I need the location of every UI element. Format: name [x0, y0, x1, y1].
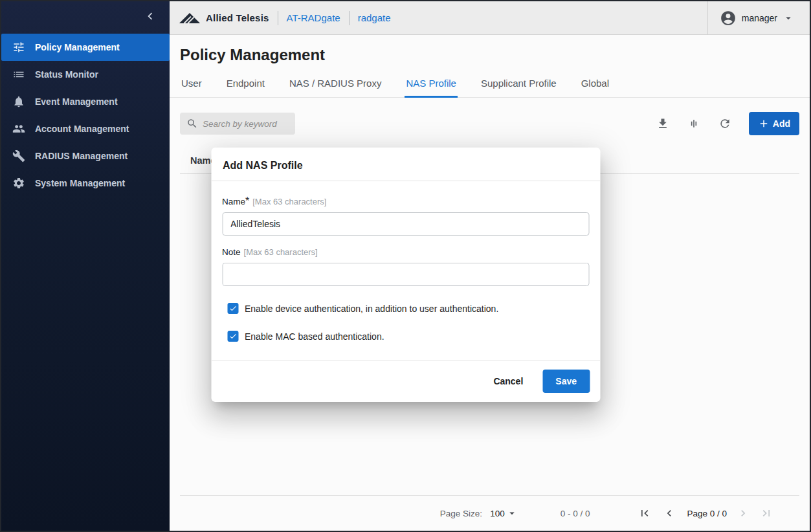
gear-icon: [12, 176, 26, 190]
dialog-footer: Cancel Save: [211, 360, 600, 402]
tab-user[interactable]: User: [180, 69, 203, 98]
note-label: Note: [222, 247, 241, 257]
chevron-down-icon: [506, 507, 518, 519]
topbar: Allied Telesis AT-RADgate radgate manage…: [170, 1, 810, 35]
name-field-group: Name*[Max 63 characters]: [222, 195, 589, 236]
device-auth-checkbox-label: Enable device authentication, in additio…: [245, 304, 498, 314]
search-input[interactable]: [203, 119, 289, 129]
brand: Allied Telesis: [179, 12, 269, 24]
pagination-bar: Page Size: 100 0 - 0 / 0 Page 0 / 0: [180, 496, 799, 531]
row-range: 0 - 0 / 0: [561, 509, 590, 518]
policy-sliders-icon: [12, 40, 26, 54]
bell-icon: [12, 94, 26, 109]
list-icon: [12, 67, 26, 82]
toolbar: Add: [180, 112, 799, 135]
tab-nas-radius-proxy[interactable]: NAS / RADIUS Proxy: [288, 69, 383, 98]
checkbox-checked-icon[interactable]: [227, 331, 238, 342]
divider: [349, 11, 350, 25]
cancel-button[interactable]: Cancel: [491, 371, 526, 392]
sidebar-item-system-management[interactable]: System Management: [1, 170, 170, 197]
download-icon[interactable]: [656, 116, 670, 131]
sidebar-item-label: RADIUS Management: [35, 151, 128, 161]
name-input[interactable]: [222, 212, 589, 236]
sidebar-collapse-button[interactable]: [141, 8, 159, 27]
mac-auth-checkbox-row[interactable]: Enable MAC based authentication.: [222, 331, 589, 342]
sidebar-item-radius-management[interactable]: RADIUS Management: [1, 142, 170, 170]
sidebar-item-account-management[interactable]: Account Management: [1, 115, 170, 142]
sidebar-item-event-management[interactable]: Event Management: [1, 88, 170, 115]
name-hint: [Max 63 characters]: [252, 197, 326, 206]
sidebar-item-label: Policy Management: [35, 42, 120, 52]
sidebar-item-policy-management[interactable]: Policy Management: [1, 34, 170, 61]
page-size-value: 100: [490, 509, 505, 518]
user-avatar-icon: [720, 10, 737, 27]
note-field-label-row: Note[Max 63 characters]: [222, 246, 589, 258]
checkbox-checked-icon[interactable]: [227, 303, 238, 314]
product-link[interactable]: AT-RADgate: [287, 12, 340, 23]
tab-global[interactable]: Global: [580, 69, 610, 98]
sidebar-collapse-row: [1, 1, 170, 34]
page-size-select[interactable]: 100: [490, 507, 518, 519]
sidebar-item-label: Account Management: [35, 124, 129, 134]
previous-page-icon[interactable]: [662, 506, 676, 520]
refresh-icon[interactable]: [718, 116, 732, 131]
allied-telesis-logo-icon: [179, 12, 201, 24]
toolbar-actions: Add: [656, 112, 799, 135]
name-label: Name: [222, 197, 245, 206]
dialog-body: Name*[Max 63 characters] Note[Max 63 cha…: [211, 181, 600, 342]
add-nas-profile-dialog: Add NAS Profile Name*[Max 63 characters]…: [211, 148, 600, 402]
tab-bar: User Endpoint NAS / RADIUS Proxy NAS Pro…: [170, 69, 810, 98]
sidebar-item-label: Event Management: [35, 96, 118, 107]
columns-icon[interactable]: [687, 116, 701, 131]
search-icon: [186, 118, 198, 129]
app-window: Policy Management Status Monitor Event M…: [0, 0, 811, 532]
brand-name: Allied Telesis: [206, 12, 269, 23]
dialog-title: Add NAS Profile: [211, 148, 600, 181]
next-page-icon[interactable]: [736, 506, 750, 520]
sidebar-item-label: System Management: [35, 178, 125, 188]
device-auth-checkbox-row[interactable]: Enable device authentication, in additio…: [222, 303, 589, 314]
divider: [278, 11, 278, 25]
sidebar-item-label: Status Monitor: [35, 69, 98, 80]
site-link[interactable]: radgate: [358, 12, 391, 23]
note-input[interactable]: [222, 263, 589, 286]
page-indicator: Page 0 / 0: [687, 509, 727, 518]
note-hint: [Max 63 characters]: [244, 247, 318, 257]
first-page-icon[interactable]: [638, 506, 652, 520]
tab-nas-profile[interactable]: NAS Profile: [405, 69, 458, 98]
required-asterisk: *: [245, 195, 249, 206]
tab-endpoint[interactable]: Endpoint: [225, 69, 266, 98]
chevron-down-icon: [783, 12, 794, 24]
page-size-label: Page Size:: [440, 509, 482, 518]
tab-supplicant-profile[interactable]: Supplicant Profile: [480, 69, 558, 98]
page-title: Policy Management: [180, 45, 799, 65]
sidebar-item-status-monitor[interactable]: Status Monitor: [1, 61, 170, 88]
plus-icon: [758, 118, 770, 129]
sidebar: Policy Management Status Monitor Event M…: [1, 1, 170, 531]
user-name: manager: [742, 13, 777, 23]
search-box: [180, 113, 295, 135]
people-icon: [12, 122, 26, 136]
mac-auth-checkbox-label: Enable MAC based authentication.: [245, 331, 384, 342]
last-page-icon[interactable]: [759, 506, 773, 520]
user-menu[interactable]: manager: [707, 1, 810, 34]
note-field-group: Note[Max 63 characters]: [222, 246, 589, 286]
add-button[interactable]: Add: [749, 112, 799, 135]
chevron-left-icon: [143, 9, 157, 26]
wrench-icon: [12, 149, 26, 163]
save-button[interactable]: Save: [542, 370, 590, 393]
add-button-label: Add: [773, 118, 790, 129]
name-field-label-row: Name*[Max 63 characters]: [222, 195, 589, 207]
